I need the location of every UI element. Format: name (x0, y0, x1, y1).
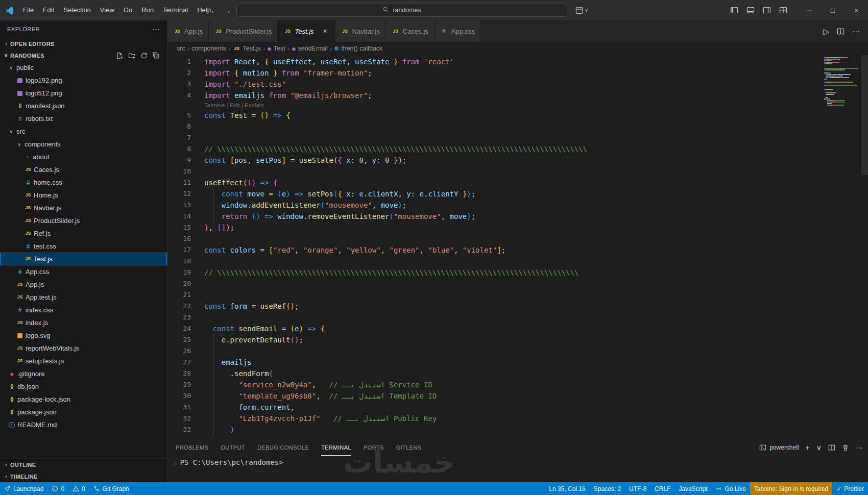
tab-app-css[interactable]: #App.css (435, 20, 481, 42)
minimap[interactable] (824, 57, 861, 108)
breadcrumb-test-js[interactable]: JSTest.js (232, 44, 260, 53)
status-javascript[interactable]: JavaScript (674, 482, 711, 495)
status-git-graph[interactable]: Git Graph (89, 482, 133, 495)
new-window-dropdown[interactable]: ∨ (575, 7, 588, 14)
code-line-content[interactable]: "Lzb1Tg4zvcch-p1Jf" // استبدل بــ Public… (204, 413, 868, 424)
tab-test-js[interactable]: JSTest.js× (278, 20, 335, 42)
file-item-app-css[interactable]: #App.css (0, 265, 167, 278)
code-line-content[interactable]: .sendForm( (204, 368, 868, 379)
panel-tab-debug-console[interactable]: DEBUG CONSOLE (257, 439, 309, 456)
file-item-components[interactable]: ∨components (0, 138, 167, 151)
shell-selector[interactable]: powershell (759, 444, 799, 451)
menu-go[interactable]: Go (119, 0, 137, 20)
code-line-content[interactable]: import emailjs from "@emailjs/browser"; (204, 90, 868, 101)
panel-tab-gitlens[interactable]: GITLENS (396, 439, 422, 456)
breadcrumb-test[interactable]: ◈Test (267, 45, 285, 52)
code-line-content[interactable] (204, 345, 868, 357)
section-timeline[interactable]: ›TIMELINE (0, 471, 167, 482)
new-window-icon[interactable] (575, 7, 583, 14)
tab-app-js[interactable]: JSApp.js (167, 20, 209, 42)
file-item-test-js[interactable]: JSTest.js (0, 253, 167, 265)
split-terminal-icon[interactable] (828, 444, 835, 451)
code-line-content[interactable] (204, 166, 868, 177)
status-0[interactable]: 0 (47, 482, 68, 495)
file-item-db-json[interactable]: {}db.json (0, 380, 167, 393)
file-item-index-css[interactable]: #index.css (0, 304, 167, 316)
file-item-home-js[interactable]: JSHome.js (0, 189, 167, 202)
status-tabnine-sign-in-is-required[interactable]: Tabnine: Sign-in is required (750, 482, 832, 495)
forward-arrow-icon[interactable]: → (222, 7, 233, 14)
code-line-content[interactable]: const move = (e) => setPos({ x: e.client… (204, 188, 868, 200)
more-icon[interactable]: ⋯ (152, 26, 160, 33)
panel-tab-ports[interactable]: PORTS (364, 439, 384, 456)
code-line-content[interactable]: // \\\\\\\\\\\\\\\\\\\\\\\\\\\\\\\\\\\\\… (204, 267, 868, 278)
plus-icon[interactable]: + (806, 444, 810, 451)
close-button[interactable]: × (845, 0, 868, 20)
breadcrumb-sendemail[interactable]: ◈sendEmail (292, 45, 328, 52)
project-root-row[interactable]: ∨RANDOMES (0, 50, 167, 61)
editor-scrollbar[interactable] (861, 55, 868, 175)
code-line-content[interactable]: const Test = () => { (204, 110, 868, 121)
command-center-search[interactable]: randomes (236, 4, 567, 17)
menu-selection[interactable]: Selection (59, 0, 95, 20)
status-ln-35-col-16[interactable]: Ln 35, Col 16 (545, 482, 589, 495)
more-icon[interactable]: ⋯ (856, 444, 863, 451)
file-item-logo192-png[interactable]: logo192.png (0, 74, 167, 87)
status-0[interactable]: 0 (68, 482, 89, 495)
file-item-manifest-json[interactable]: {}manifest.json (0, 100, 167, 112)
run-icon[interactable]: ▷ (823, 28, 829, 35)
minimize-button[interactable]: ─ (798, 0, 821, 20)
menu-file[interactable]: File (18, 0, 38, 20)
tab-productslider-js[interactable]: JSProductSlider.js (209, 20, 278, 42)
code-line-content[interactable]: return () => window.removeEventListener(… (204, 211, 868, 222)
split-editor-icon[interactable] (837, 28, 845, 35)
file-item-package-lock-json[interactable]: {}package-lock.json (0, 393, 167, 406)
more-icon[interactable]: ⋯ (852, 28, 860, 35)
file-item-caces-js[interactable]: JSCaces.js (0, 163, 167, 176)
terminal[interactable]: ○ PS C:\Users\pc\randomes> (167, 456, 868, 482)
code-line-content[interactable]: e.preventDefault(); (204, 334, 868, 345)
refresh-icon[interactable] (140, 52, 148, 59)
menu-edit[interactable]: Edit (38, 0, 59, 20)
file-item-gitignore[interactable]: ◆.gitignore (0, 367, 167, 380)
code-line-content[interactable]: "service_n2w0y4a", // استبدل بــ Service… (204, 379, 868, 390)
chevron-down-icon[interactable]: ∨ (816, 444, 822, 451)
code-line-content[interactable] (204, 121, 868, 132)
file-item-test-css[interactable]: #test.css (0, 240, 167, 253)
code-line-content[interactable]: ) (204, 424, 868, 435)
maximize-button[interactable]: □ (821, 0, 845, 20)
layout-custom-icon[interactable] (779, 6, 787, 14)
file-item-navbar-js[interactable]: JSNavbar.js (0, 202, 167, 214)
file-item-package-json[interactable]: {}package.json (0, 406, 167, 418)
menu-view[interactable]: View (95, 0, 119, 20)
tab-caces-js[interactable]: JSCaces.js (386, 20, 435, 42)
code-line-content[interactable]: const [pos, setPos] = useState({ x: 0, y… (204, 155, 868, 166)
new-folder-icon[interactable] (128, 52, 135, 59)
layout-sidebar-right-icon[interactable] (763, 6, 771, 14)
file-item-ref-js[interactable]: JSRef.js (0, 227, 167, 240)
new-file-icon[interactable] (116, 52, 123, 59)
layout-sidebar-icon[interactable] (730, 6, 738, 14)
status-prettier[interactable]: ✓Prettier (832, 482, 868, 495)
panel-tab-output[interactable]: OUTPUT (221, 439, 245, 456)
file-item-productslider-js[interactable]: JSProductSlider.js (0, 214, 167, 227)
code-line-content[interactable] (204, 132, 868, 143)
code-line-content[interactable]: import { motion } from "framer-motion"; (204, 67, 868, 79)
file-item-app-js[interactable]: JSApp.js (0, 278, 167, 291)
code-line-content[interactable]: emailjs (204, 357, 868, 368)
status-go-live[interactable]: Go Live (711, 482, 750, 495)
status-crlf[interactable]: CRLF (650, 482, 674, 495)
status-utf-8[interactable]: UTF-8 (625, 482, 650, 495)
back-arrow-icon[interactable]: ← (208, 7, 220, 14)
code-line-content[interactable] (204, 289, 868, 301)
section-outline[interactable]: ›OUTLINE (0, 459, 167, 471)
layout-panel-icon[interactable] (746, 6, 755, 14)
file-item-app-test-js[interactable]: JSApp.test.js (0, 291, 167, 304)
chevron-down-icon[interactable]: ∨ (585, 8, 588, 13)
panel-tab-problems[interactable]: PROBLEMS (176, 439, 208, 456)
breadcrumb-src[interactable]: src (177, 45, 185, 52)
file-item-reportwebvitals-js[interactable]: JSreportWebVitals.js (0, 342, 167, 355)
file-item-index-js[interactable]: JSindex.js (0, 316, 167, 329)
tabnine-hint[interactable]: Tabnine | Edit | Explain (204, 101, 868, 110)
file-item-setuptests-js[interactable]: JSsetupTests.js (0, 355, 167, 367)
